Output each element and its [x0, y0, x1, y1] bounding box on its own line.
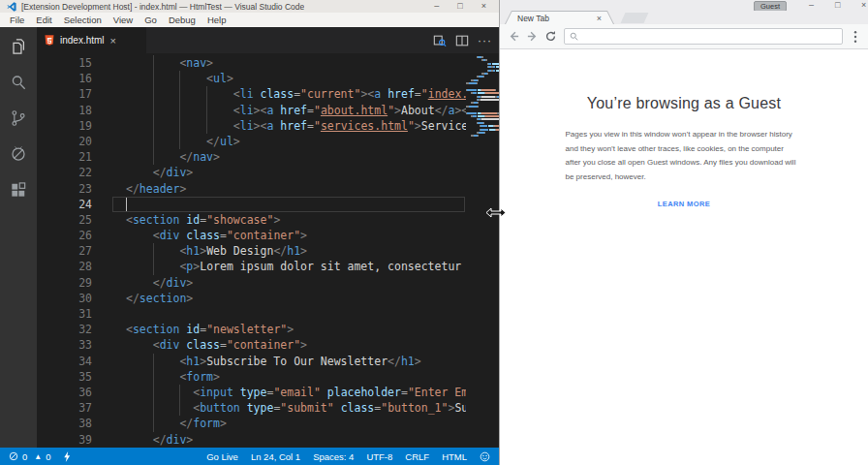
indent-guide	[153, 385, 154, 400]
code-line-36[interactable]: 36 <input type="email" placeholder="Ente…	[37, 385, 466, 400]
editor-tabstrip: index.html × ···	[37, 27, 499, 53]
minimap-line	[466, 135, 499, 138]
code-text: </div>	[112, 432, 466, 448]
tab-index-html[interactable]: index.html ×	[37, 27, 146, 53]
code-line-34[interactable]: 34 <h1>Subscribe To Our Newsletter</h1>	[37, 354, 466, 369]
address-bar[interactable]	[564, 28, 843, 45]
search-icon[interactable]	[8, 72, 29, 93]
code-line-22[interactable]: 22 </div>	[37, 165, 466, 180]
code-text: </ul>	[112, 134, 466, 149]
code-line-37[interactable]: 37 <button type="submit" class="button_1…	[37, 400, 466, 416]
maximize-button[interactable]: □	[457, 0, 462, 13]
code-line-31[interactable]: 31	[37, 306, 466, 322]
forward-icon[interactable]	[524, 29, 540, 45]
code-line-30[interactable]: 30</section>	[37, 291, 466, 306]
code-line-26[interactable]: 26 <div class="container">	[37, 228, 466, 243]
menu-edit[interactable]: Edit	[30, 15, 57, 25]
html5-file-icon	[44, 34, 55, 46]
browser-tab-close-icon[interactable]: ×	[597, 14, 602, 23]
indent-guide	[153, 134, 154, 149]
source-control-icon[interactable]	[8, 108, 29, 129]
code-text: <p>Lorem ipsum dolor sit amet, consectet…	[112, 259, 466, 274]
close-button[interactable]: ×	[481, 0, 486, 13]
errors-count: 0	[22, 451, 27, 462]
code-line-24[interactable]: 24	[37, 197, 466, 212]
back-icon[interactable]	[506, 29, 521, 45]
browser-tabrow: New Tab ×	[500, 11, 868, 24]
status-bar: 0 ▲ 0 Go LiveLn 24, Col 1Spaces: 4UTF-8C…	[0, 448, 499, 465]
menu-selection[interactable]: Selection	[58, 15, 108, 25]
code-line-19[interactable]: 19 <li><a href="services.html">Services<…	[37, 118, 466, 134]
code-line-15[interactable]: 15 <nav>	[37, 55, 466, 71]
debug-icon[interactable]	[8, 143, 29, 165]
tab-close-icon[interactable]: ×	[110, 35, 116, 46]
code-line-35[interactable]: 35 <form>	[37, 369, 466, 385]
search-icon	[570, 32, 578, 41]
indent-guide	[206, 103, 207, 118]
new-tab-button[interactable]	[621, 13, 649, 23]
more-actions-icon[interactable]: ···	[478, 34, 492, 47]
code-line-38[interactable]: 38 </form>	[37, 416, 466, 431]
feedback-smiley-icon[interactable]	[480, 451, 490, 462]
line-number: 16	[37, 71, 112, 86]
code-line-32[interactable]: 32<section id="newsletter">	[37, 322, 466, 337]
menu-debug[interactable]: Debug	[163, 15, 202, 25]
open-preview-icon[interactable]	[433, 34, 447, 47]
warnings-count: 0	[46, 451, 50, 462]
code-line-28[interactable]: 28 <p>Lorem ipsum dolor sit amet, consec…	[37, 259, 466, 274]
status-eol[interactable]: CRLF	[405, 451, 429, 462]
status-go-live[interactable]: Go Live	[206, 451, 238, 462]
indent-guide	[153, 400, 154, 416]
code-line-17[interactable]: 17 <li class="current"><a href="index.ht…	[37, 86, 466, 102]
errors-icon[interactable]	[9, 451, 18, 461]
code-line-27[interactable]: 27 <h1>Web Design</h1>	[37, 243, 466, 259]
menu-go[interactable]: Go	[139, 15, 163, 25]
code-text: </div>	[112, 165, 466, 180]
line-number: 34	[37, 354, 112, 369]
code-line-25[interactable]: 25<section id="showcase">	[37, 212, 466, 228]
explorer-icon[interactable]	[8, 36, 29, 57]
code-line-18[interactable]: 18 <li><a href="about.html">About</a></l…	[37, 103, 466, 118]
minimize-button[interactable]: –	[434, 0, 439, 13]
browser-maximize-button[interactable]: □	[835, 0, 840, 11]
code-line-33[interactable]: 33 <div class="container">	[37, 337, 466, 353]
status-encoding[interactable]: UTF-8	[366, 451, 392, 462]
menu-file[interactable]: File	[4, 15, 30, 25]
guest-description-line: Pages you view in this window won’t appe…	[566, 128, 803, 142]
line-number: 22	[37, 165, 112, 180]
split-editor-icon[interactable]	[455, 34, 469, 47]
status-cursor-position[interactable]: Ln 24, Col 1	[251, 451, 300, 462]
code-line-29[interactable]: 29 </div>	[37, 275, 466, 291]
line-number: 20	[37, 134, 112, 149]
code-line-16[interactable]: 16 <ul>	[37, 71, 466, 86]
indent-guide	[153, 259, 154, 274]
minimap[interactable]	[466, 53, 499, 448]
menu-help[interactable]: Help	[202, 15, 232, 25]
learn-more-link[interactable]: LEARN MORE	[658, 200, 710, 208]
browser-minimize-button[interactable]: –	[809, 0, 814, 11]
tab-new-tab[interactable]: New Tab ×	[505, 11, 614, 24]
reload-icon[interactable]	[542, 29, 558, 45]
address-input[interactable]	[582, 32, 837, 42]
code-editor[interactable]: 15 <nav>16 <ul>17 <li class="current"><a…	[37, 53, 499, 448]
code-line-20[interactable]: 20 </ul>	[37, 134, 466, 149]
code-line-39[interactable]: 39 </div>	[37, 432, 466, 448]
extensions-icon[interactable]	[8, 179, 29, 201]
browser-menu-icon[interactable]	[849, 29, 862, 45]
live-server-bolt-icon[interactable]	[63, 451, 71, 462]
indent-guide	[179, 86, 180, 102]
indent-guide	[206, 86, 207, 102]
code-text: <h1>Web Design</h1>	[112, 243, 466, 259]
menu-view[interactable]: View	[108, 15, 139, 25]
browser-close-button[interactable]: ×	[861, 0, 866, 11]
status-indentation[interactable]: Spaces: 4	[313, 451, 354, 462]
browser-tab-label: New Tab	[517, 14, 597, 23]
browser-frame: Guest – □ ×	[500, 0, 868, 11]
indent-guide	[153, 71, 154, 86]
status-language-mode[interactable]: HTML	[442, 451, 467, 462]
code-line-21[interactable]: 21 </nav>	[37, 149, 466, 165]
warnings-icon[interactable]: ▲	[34, 452, 42, 461]
code-line-23[interactable]: 23</header>	[37, 181, 466, 197]
screen: [Extension Development Host] - index.htm…	[0, 0, 868, 465]
guest-page-title: You’re browsing as a Guest	[500, 95, 868, 112]
